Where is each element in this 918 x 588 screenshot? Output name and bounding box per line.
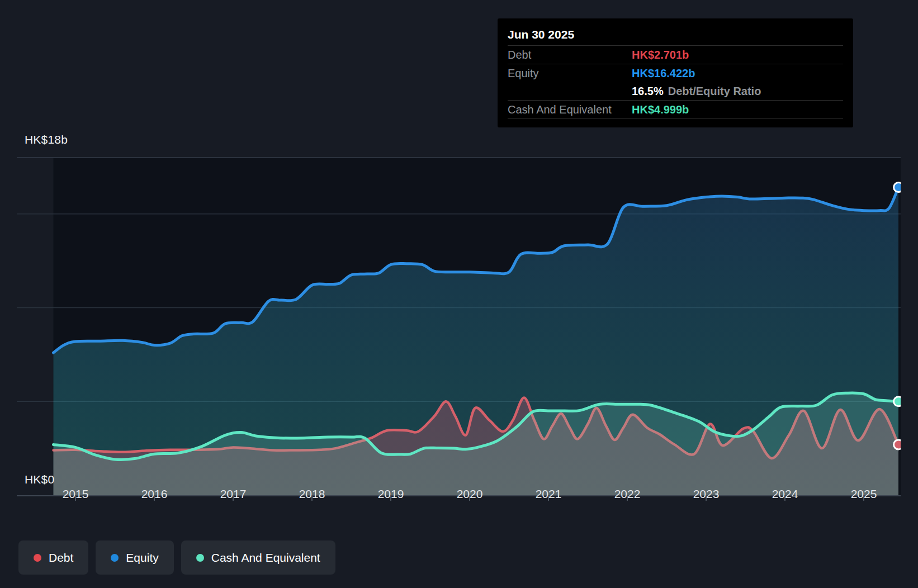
x-axis-label-2024: 2024 bbox=[772, 487, 798, 501]
plot-area bbox=[17, 158, 903, 495]
x-axis-label-2020: 2020 bbox=[457, 487, 483, 501]
tooltip-date: Jun 30 2025 bbox=[508, 24, 843, 45]
legend-debt-label: Debt bbox=[49, 551, 73, 565]
legend-cash-label: Cash And Equivalent bbox=[211, 551, 320, 565]
tooltip-equity-label: Equity bbox=[508, 67, 632, 80]
legend-equity-label: Equity bbox=[126, 551, 158, 565]
legend-item-debt[interactable]: Debt bbox=[18, 540, 88, 575]
x-axis-label-2016: 2016 bbox=[141, 487, 168, 501]
x-axis-label-2015: 2015 bbox=[63, 487, 89, 501]
tooltip-ratio-row: 16.5% Debt/Equity Ratio bbox=[508, 82, 843, 100]
cash-dot-icon bbox=[196, 554, 204, 562]
x-axis-label-2019: 2019 bbox=[378, 487, 404, 501]
tooltip-ratio-value: 16.5% bbox=[632, 85, 664, 98]
tooltip-debt-row: Debt HK$2.701b bbox=[508, 45, 843, 64]
tooltip-debt-value: HK$2.701b bbox=[632, 49, 689, 61]
debt-dot-icon bbox=[34, 554, 41, 562]
debt-end-dot bbox=[894, 440, 903, 449]
x-axis-label-2017: 2017 bbox=[220, 487, 247, 501]
tooltip-ratio-label: Debt/Equity Ratio bbox=[668, 85, 761, 98]
x-axis-label-2018: 2018 bbox=[299, 487, 325, 501]
tooltip-cash-label: Cash And Equivalent bbox=[508, 103, 632, 116]
tooltip-bottom-divider bbox=[508, 118, 843, 119]
x-axis-labels: 2015201620172018201920202021202220232024… bbox=[0, 487, 918, 503]
tooltip-cash-value: HK$4.999b bbox=[632, 103, 689, 116]
cash-and-equivalent-end-dot bbox=[894, 397, 903, 406]
y-axis-top-label: HK$18b bbox=[25, 133, 68, 146]
x-axis-label-2023: 2023 bbox=[693, 487, 720, 501]
tooltip-cash-row: Cash And Equivalent HK$4.999b bbox=[508, 100, 843, 118]
debt-equity-history-chart-page: { "tooltip": { "date": "Jun 30 2025", "d… bbox=[0, 0, 918, 588]
x-axis-label-2021: 2021 bbox=[536, 487, 562, 501]
legend-item-cash[interactable]: Cash And Equivalent bbox=[181, 540, 335, 575]
equity-dot-icon bbox=[111, 554, 119, 562]
x-axis-label-2025: 2025 bbox=[851, 487, 877, 501]
tooltip-debt-label: Debt bbox=[508, 49, 632, 61]
equity-end-dot bbox=[894, 183, 903, 192]
x-axis-label-2022: 2022 bbox=[614, 487, 641, 501]
tooltip-equity-value: HK$16.422b bbox=[632, 67, 695, 80]
legend-item-equity[interactable]: Equity bbox=[96, 540, 173, 575]
tooltip-equity-row: Equity HK$16.422b bbox=[508, 64, 843, 82]
chart-tooltip: Jun 30 2025 Debt HK$2.701b Equity HK$16.… bbox=[498, 18, 853, 127]
y-axis-bottom-label: HK$0 bbox=[25, 473, 54, 486]
chart-legend: Debt Equity Cash And Equivalent bbox=[18, 540, 335, 575]
